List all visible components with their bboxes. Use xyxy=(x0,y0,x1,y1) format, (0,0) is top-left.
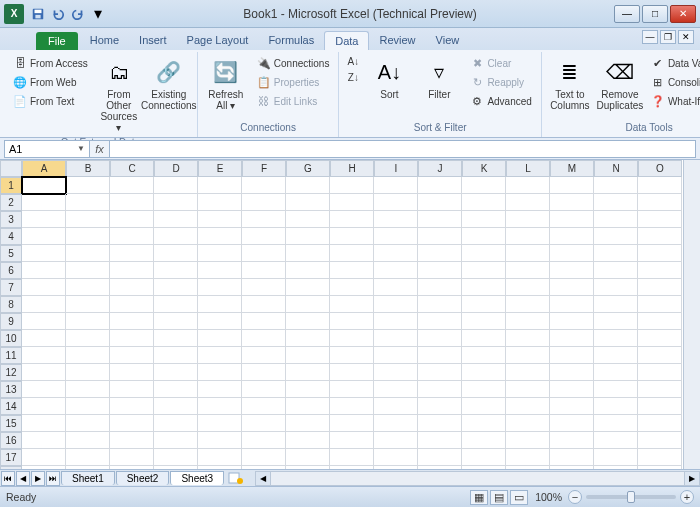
cell[interactable] xyxy=(154,432,198,449)
row-header[interactable]: 8 xyxy=(0,296,22,313)
cell[interactable] xyxy=(66,381,110,398)
cell[interactable] xyxy=(110,245,154,262)
cell[interactable] xyxy=(22,313,66,330)
cell[interactable] xyxy=(198,245,242,262)
cell[interactable] xyxy=(286,296,330,313)
tab-view[interactable]: View xyxy=(426,31,470,50)
column-header[interactable]: B xyxy=(66,160,110,177)
cell[interactable] xyxy=(594,177,638,194)
cell[interactable] xyxy=(242,398,286,415)
cell[interactable] xyxy=(506,330,550,347)
cell[interactable] xyxy=(462,415,506,432)
cell[interactable] xyxy=(594,432,638,449)
cell[interactable] xyxy=(22,228,66,245)
cell[interactable] xyxy=(242,449,286,466)
cell[interactable] xyxy=(374,449,418,466)
cell[interactable] xyxy=(154,398,198,415)
column-header[interactable]: D xyxy=(154,160,198,177)
cell[interactable] xyxy=(638,245,682,262)
cell[interactable] xyxy=(550,228,594,245)
cell[interactable] xyxy=(22,398,66,415)
cell[interactable] xyxy=(594,449,638,466)
cell[interactable] xyxy=(286,228,330,245)
cell[interactable] xyxy=(374,245,418,262)
cell[interactable] xyxy=(154,177,198,194)
cell[interactable] xyxy=(66,398,110,415)
row-header[interactable]: 17 xyxy=(0,449,22,466)
cell[interactable] xyxy=(506,415,550,432)
cell[interactable] xyxy=(462,211,506,228)
row-header[interactable]: 3 xyxy=(0,211,22,228)
cell[interactable] xyxy=(286,177,330,194)
cell[interactable] xyxy=(506,296,550,313)
cell[interactable] xyxy=(154,211,198,228)
cell[interactable] xyxy=(66,415,110,432)
cell[interactable] xyxy=(286,449,330,466)
sheet-nav-first[interactable]: ⏮ xyxy=(1,471,15,486)
cell[interactable] xyxy=(22,279,66,296)
cell[interactable] xyxy=(286,262,330,279)
cell[interactable] xyxy=(330,313,374,330)
row-header[interactable]: 4 xyxy=(0,228,22,245)
cell[interactable] xyxy=(198,313,242,330)
cell[interactable] xyxy=(550,398,594,415)
cell[interactable] xyxy=(550,449,594,466)
cell[interactable] xyxy=(110,194,154,211)
cell[interactable] xyxy=(330,211,374,228)
cell[interactable] xyxy=(286,245,330,262)
cell[interactable] xyxy=(374,432,418,449)
cell[interactable] xyxy=(242,194,286,211)
column-header[interactable]: C xyxy=(110,160,154,177)
cell[interactable] xyxy=(374,177,418,194)
cell[interactable] xyxy=(110,330,154,347)
cell[interactable] xyxy=(550,279,594,296)
cell[interactable] xyxy=(22,245,66,262)
cell[interactable] xyxy=(330,177,374,194)
cell[interactable] xyxy=(154,347,198,364)
cell[interactable] xyxy=(506,211,550,228)
new-sheet-button[interactable] xyxy=(227,471,245,485)
cell[interactable] xyxy=(154,313,198,330)
cell[interactable] xyxy=(330,330,374,347)
cell[interactable] xyxy=(418,296,462,313)
cell[interactable] xyxy=(506,279,550,296)
cell[interactable] xyxy=(22,347,66,364)
cell[interactable] xyxy=(594,279,638,296)
cell[interactable] xyxy=(330,432,374,449)
qat-customize-icon[interactable]: ▾ xyxy=(89,5,107,23)
cell[interactable] xyxy=(418,432,462,449)
cell[interactable] xyxy=(198,432,242,449)
cell[interactable] xyxy=(242,347,286,364)
cell[interactable] xyxy=(594,381,638,398)
cell[interactable] xyxy=(374,364,418,381)
cell[interactable] xyxy=(462,364,506,381)
cell[interactable] xyxy=(242,211,286,228)
cell[interactable] xyxy=(418,245,462,262)
cell[interactable] xyxy=(66,313,110,330)
cell[interactable] xyxy=(154,279,198,296)
cell[interactable] xyxy=(330,449,374,466)
cell[interactable] xyxy=(22,415,66,432)
row-header[interactable]: 5 xyxy=(0,245,22,262)
undo-icon[interactable] xyxy=(49,5,67,23)
cell[interactable] xyxy=(638,449,682,466)
cell[interactable] xyxy=(506,262,550,279)
cell[interactable] xyxy=(418,313,462,330)
cell[interactable] xyxy=(638,347,682,364)
cell[interactable] xyxy=(506,177,550,194)
cell[interactable] xyxy=(418,262,462,279)
sheet-nav-prev[interactable]: ◀ xyxy=(16,471,30,486)
cell[interactable] xyxy=(374,211,418,228)
cell[interactable] xyxy=(242,415,286,432)
cell[interactable] xyxy=(22,194,66,211)
cell[interactable] xyxy=(550,296,594,313)
cell[interactable] xyxy=(418,194,462,211)
column-header[interactable]: G xyxy=(286,160,330,177)
column-header[interactable]: N xyxy=(594,160,638,177)
cell[interactable] xyxy=(638,296,682,313)
cell[interactable] xyxy=(506,432,550,449)
cell[interactable] xyxy=(242,228,286,245)
cell[interactable] xyxy=(506,194,550,211)
cell[interactable] xyxy=(66,279,110,296)
cell[interactable] xyxy=(550,432,594,449)
